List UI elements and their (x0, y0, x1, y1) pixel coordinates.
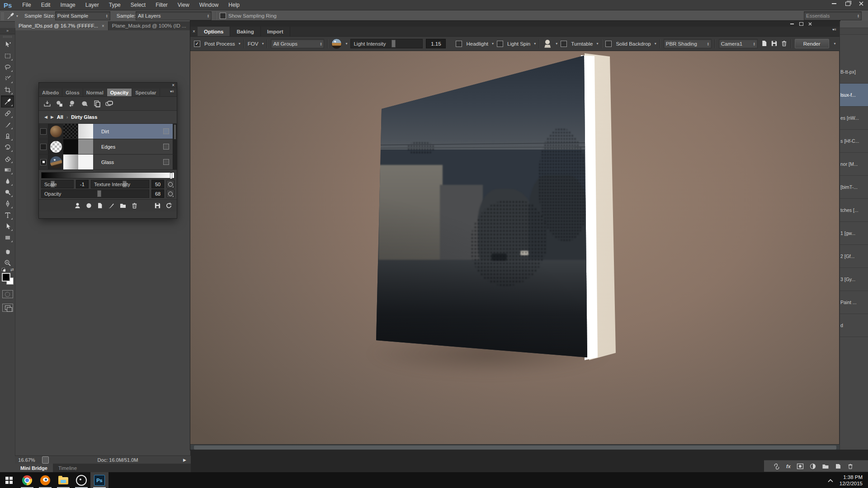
close-icon[interactable]: × (190, 27, 198, 36)
tool-blur[interactable] (1, 175, 14, 187)
material-sphere-thumb[interactable] (48, 139, 63, 154)
sphere-icon[interactable] (85, 202, 92, 209)
taskbar-recorder-icon[interactable] (72, 472, 90, 488)
panel-menu-icon[interactable]: ▾≡ (829, 27, 840, 36)
layer-row[interactable]: s [Hf-C... (840, 130, 868, 153)
sample-select[interactable]: All Layers ▲▼ (136, 11, 212, 20)
tool-dodge[interactable] (1, 187, 14, 198)
camera-select[interactable]: Camera1 ▲▼ (719, 39, 758, 48)
foreground-color-swatch[interactable] (2, 273, 10, 282)
minimize-icon[interactable] (827, 0, 841, 7)
maximize-icon[interactable] (797, 22, 805, 26)
caret-icon[interactable]: ▾ (655, 42, 656, 46)
tab-normal[interactable]: Normal (83, 89, 107, 96)
tool-magic-wand[interactable] (1, 73, 14, 84)
layer-row-selected[interactable]: lsux-f... (840, 84, 868, 107)
opacity-slider[interactable]: Opacity (41, 189, 149, 198)
mask-thumb[interactable] (78, 155, 93, 169)
doc-tab-plane-mask[interactable]: Plane_Mask.psd @ 100% (ID ... × (108, 21, 197, 30)
sample-size-select[interactable]: Point Sample ▲▼ (55, 11, 110, 20)
layer-row[interactable]: Paint ... (840, 291, 868, 314)
save-icon[interactable] (154, 202, 161, 209)
tab-timeline[interactable]: Timeline (53, 464, 82, 472)
tool-rectangle-shape[interactable] (1, 232, 14, 243)
taskbar-photoshop-icon[interactable]: Ps (90, 472, 108, 488)
tool-lasso[interactable] (1, 61, 14, 73)
back-icon[interactable]: ◀ (44, 115, 47, 119)
bust-icon[interactable] (74, 202, 81, 209)
tool-move[interactable] (1, 39, 14, 50)
zoom-level-field[interactable]: 16.67% (15, 457, 38, 463)
texture-intensity-value[interactable]: 50 (151, 180, 164, 188)
fov-label[interactable]: FOV (248, 41, 259, 47)
texture-thumb[interactable] (63, 124, 78, 139)
viewer-titlebar[interactable] (190, 21, 840, 27)
caret-icon[interactable]: ▾ (239, 42, 241, 46)
start-button[interactable] (0, 472, 18, 488)
trash-icon[interactable] (131, 202, 138, 209)
menu-file[interactable]: File (17, 2, 36, 8)
panel-menu-icon[interactable]: ▾≡ (167, 89, 177, 96)
tab-albedo[interactable]: Albedo (39, 89, 62, 96)
card-view-icon[interactable] (105, 100, 113, 108)
turntable-preview-icon[interactable] (543, 39, 552, 48)
viewport-3d[interactable] (190, 51, 839, 444)
menu-select[interactable]: Select (126, 2, 151, 8)
tab-options[interactable]: Options (198, 27, 230, 36)
shading-select[interactable]: PBR Shading ▲▼ (664, 39, 712, 48)
save-camera-icon[interactable] (771, 40, 778, 48)
layer-visibility-checkbox[interactable] (40, 144, 47, 150)
layer-link-checkbox[interactable] (163, 128, 169, 134)
new-layer-icon[interactable] (835, 463, 841, 469)
tool-pen[interactable] (1, 198, 14, 209)
panel-grip[interactable] (3, 36, 12, 38)
menu-edit[interactable]: Edit (36, 2, 56, 8)
menu-type[interactable]: Type (104, 2, 126, 8)
layer-mask-icon[interactable] (797, 463, 804, 469)
layer-row[interactable]: [bimT-... (840, 176, 868, 199)
tab-close-icon[interactable]: × (102, 23, 104, 28)
status-flyout-icon[interactable]: ▶ (183, 458, 191, 462)
menu-filter[interactable]: Filter (151, 2, 173, 8)
quick-mask-button[interactable] (2, 290, 13, 298)
close-icon[interactable] (854, 0, 868, 7)
default-swatches-icon[interactable] (2, 268, 6, 272)
taskbar-blender-icon[interactable] (36, 472, 54, 488)
collapse-panel-icon[interactable]: » (0, 28, 15, 34)
delete-camera-icon[interactable] (781, 40, 788, 48)
caret-icon[interactable]: ▾ (596, 42, 598, 46)
screen-mode-button[interactable] (2, 304, 13, 312)
tab-mini-bridge[interactable]: Mini Bridge (15, 464, 53, 472)
tool-history-brush[interactable] (1, 141, 14, 153)
tool-hand[interactable] (1, 246, 14, 257)
close-icon[interactable]: × (172, 83, 175, 88)
tool-rectangular-marquee[interactable] (1, 50, 14, 61)
mask-thumb[interactable] (78, 139, 93, 154)
caret-icon[interactable]: ▾ (262, 42, 264, 46)
scale-value[interactable]: -1 (76, 180, 89, 188)
layers-scrollbar[interactable] (173, 139, 177, 154)
tool-eyedropper[interactable] (1, 95, 14, 108)
opacity-value[interactable]: 68 (151, 189, 164, 198)
caret-icon[interactable]: ▾ (345, 42, 347, 46)
light-spin-checkbox[interactable] (497, 41, 503, 47)
caret-icon[interactable]: ▾ (492, 42, 494, 46)
layer-row-dirt[interactable]: Dirt (39, 124, 177, 139)
turntable-checkbox[interactable] (561, 41, 567, 47)
scale-slider[interactable]: Scale (41, 180, 74, 188)
swap-swatches-icon[interactable]: ⇄ (10, 267, 14, 272)
copy-maps-icon[interactable] (93, 100, 101, 108)
layer-row[interactable]: 2 [Gf... (840, 245, 868, 268)
layer-visibility-checkbox[interactable] (40, 159, 47, 165)
layer-row[interactable]: tches [... (840, 199, 868, 222)
tool-clone-stamp[interactable] (1, 130, 14, 141)
render-caret-icon[interactable]: ▾ (834, 42, 836, 46)
options-bar-grip[interactable] (1, 12, 4, 20)
layers-scrollbar[interactable] (173, 155, 177, 169)
layer-link-checkbox[interactable] (163, 159, 169, 165)
taskbar-chrome-icon[interactable] (18, 472, 36, 488)
taskbar-explorer-icon[interactable] (54, 472, 72, 488)
layer-row[interactable]: d (840, 314, 868, 337)
layer-row-glass[interactable]: Glass (39, 155, 177, 170)
link-icon[interactable] (773, 463, 780, 469)
